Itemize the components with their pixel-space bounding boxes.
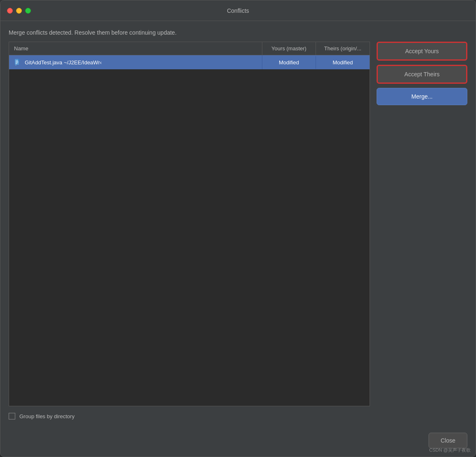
table-header: Name Yours (master) Theirs (origin/... xyxy=(9,42,370,55)
accept-yours-button[interactable]: Accept Yours xyxy=(377,42,467,61)
row-file-name-text: GitAddTest.java ~/J2EE/IdeaWr‹ xyxy=(25,59,102,66)
svg-rect-2 xyxy=(16,62,18,63)
accept-theirs-button[interactable]: Accept Theirs xyxy=(377,65,467,84)
window-title: Conflicts xyxy=(227,7,249,14)
footer: Close CSDN @吴声子夜歌 xyxy=(0,426,476,457)
maximize-window-button[interactable] xyxy=(25,8,31,14)
col-header-yours: Yours (master) xyxy=(262,42,316,55)
close-button[interactable]: Close xyxy=(429,433,467,448)
sidebar-buttons: Accept Yours Accept Theirs Merge... xyxy=(377,42,467,406)
svg-text:J: J xyxy=(15,64,16,66)
row-yours-status: Modified xyxy=(262,56,316,69)
titlebar: Conflicts xyxy=(0,0,476,21)
window-content: Merge conflicts detected. Resolve them b… xyxy=(0,21,476,426)
col-header-name: Name xyxy=(9,42,262,55)
conflicts-table: Name Yours (master) Theirs (origin/... xyxy=(9,42,370,406)
svg-rect-4 xyxy=(18,59,20,61)
svg-rect-1 xyxy=(16,61,18,61)
description-text: Merge conflicts detected. Resolve them b… xyxy=(9,29,467,36)
watermark: CSDN @吴声子夜歌 xyxy=(429,447,471,453)
group-files-label: Group files by directory xyxy=(19,413,75,419)
bottom-area: Group files by directory xyxy=(9,406,467,426)
col-header-theirs: Theirs (origin/... xyxy=(316,42,370,55)
table-body: J GitAddTest.java ~/J2EE/IdeaWr‹ Modifie… xyxy=(9,55,370,406)
conflicts-dialog: Conflicts Merge conflicts detected. Reso… xyxy=(0,0,476,457)
close-window-button[interactable] xyxy=(7,8,13,14)
main-area: Name Yours (master) Theirs (origin/... xyxy=(9,42,467,406)
group-files-checkbox[interactable] xyxy=(9,413,15,419)
row-theirs-status: Modified xyxy=(316,56,370,69)
minimize-window-button[interactable] xyxy=(16,8,22,14)
row-file-name: J GitAddTest.java ~/J2EE/IdeaWr‹ xyxy=(9,55,262,69)
java-file-icon: J xyxy=(14,59,21,66)
table-row[interactable]: J GitAddTest.java ~/J2EE/IdeaWr‹ Modifie… xyxy=(9,55,370,69)
merge-button[interactable]: Merge... xyxy=(377,88,467,105)
traffic-lights xyxy=(7,8,31,14)
